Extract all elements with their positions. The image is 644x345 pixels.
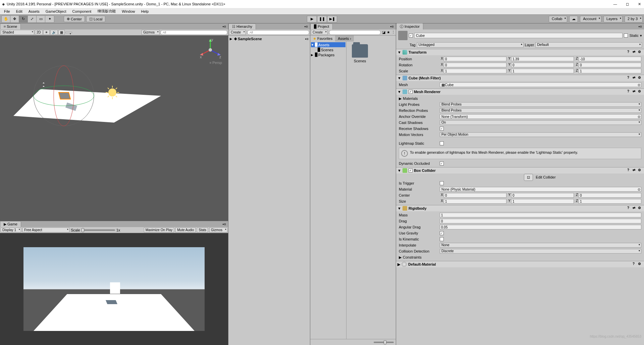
reflprobes-dropdown[interactable]: Blend Probes (440, 108, 641, 113)
fold-arrow-icon[interactable]: ▶ (230, 37, 233, 41)
rot-z[interactable] (579, 63, 641, 67)
play-button[interactable]: ▶ (307, 16, 317, 22)
tag-dropdown[interactable]: Untagged (417, 42, 524, 48)
close-button[interactable]: ✕ (637, 1, 642, 7)
fold-icon[interactable]: ▶ (399, 96, 401, 101)
rot-x[interactable] (444, 63, 506, 67)
preset-icon[interactable]: ⇄ (633, 89, 637, 94)
scale-z[interactable] (579, 69, 641, 73)
render-mode-dropdown[interactable]: Shaded (1, 30, 34, 35)
menu-gameobject[interactable]: GameObject (43, 9, 69, 14)
pos-z[interactable] (579, 57, 641, 61)
hierarchy-search[interactable] (247, 30, 309, 35)
pivot-center[interactable]: ⊕Center (64, 16, 85, 22)
menu-window[interactable]: Window (119, 9, 138, 14)
collider-enabled[interactable] (409, 168, 413, 172)
gear-icon[interactable]: ⚙ (638, 262, 643, 267)
menu-assets[interactable]: Assets (26, 9, 42, 14)
collab-dropdown[interactable]: Collab (549, 16, 567, 22)
menu-help[interactable]: Help (138, 9, 151, 14)
lightmapstatic-checkbox[interactable] (440, 141, 444, 145)
project-search[interactable] (329, 30, 381, 35)
preset-icon[interactable]: ⇄ (633, 50, 637, 55)
size-x[interactable] (444, 199, 506, 204)
recvshadows-checkbox[interactable] (440, 127, 444, 131)
game-view[interactable] (0, 233, 228, 345)
layout-dropdown[interactable]: 2 by 3 (625, 16, 643, 22)
project-grid[interactable]: Scenes (346, 42, 396, 339)
transform-header[interactable]: ▼ Transform ?⇄⚙ (396, 49, 644, 55)
layer-dropdown[interactable]: Default (535, 42, 642, 48)
preset-icon[interactable]: ⇄ (633, 206, 637, 211)
hierarchy-tab[interactable]: ☷Hierarchy (228, 23, 256, 30)
breadcrumb-favorites[interactable]: ★Favorites (310, 36, 335, 42)
mass-field[interactable] (440, 213, 641, 217)
pos-y[interactable] (511, 57, 574, 61)
center-x[interactable] (444, 193, 506, 198)
layers-dropdown[interactable]: Layers (603, 16, 623, 22)
hand-tool[interactable]: ✋ (2, 16, 10, 22)
inspector-tab[interactable]: ⓘInspector (396, 23, 423, 30)
menu-enhanced[interactable]: 增强版功能 (95, 8, 118, 14)
project-create[interactable]: Create (311, 30, 328, 35)
scene-tab-menu[interactable]: ▪≡ (221, 24, 228, 28)
save-search-icon[interactable]: ⋮ (391, 30, 395, 34)
search-filter-icon[interactable]: ◪ (382, 30, 385, 34)
mesh-field[interactable]: ▦Cube (440, 82, 641, 87)
folder-scenes[interactable]: Scenes (349, 44, 371, 63)
help-icon[interactable]: ? (627, 50, 632, 55)
inspector-tab-menu[interactable]: ▪≡ (637, 24, 644, 28)
menu-edit[interactable]: Edit (13, 9, 25, 14)
angdrag-field[interactable] (440, 225, 641, 229)
maximize-on-play[interactable]: Maximize On Play (144, 227, 174, 232)
gameobject-icon[interactable] (398, 31, 408, 40)
static-dropdown-icon[interactable]: ▾ (640, 33, 642, 38)
gear-icon[interactable]: ⚙ (638, 76, 643, 80)
game-tab-menu[interactable]: ▪≡ (221, 222, 228, 226)
renderer-enabled[interactable] (409, 90, 413, 94)
minimize-button[interactable]: — (612, 1, 618, 7)
gizmos-dropdown[interactable]: Gizmos (142, 30, 160, 35)
scale-tool[interactable]: ⤢ (28, 16, 37, 22)
cloud-button[interactable]: ☁ (569, 16, 578, 22)
search-label-icon[interactable]: ★ (387, 30, 390, 34)
scene-root-item[interactable]: ▶ ◈ SampleScene ▪≡ (229, 36, 309, 41)
gear-icon[interactable]: ⚙ (638, 50, 643, 55)
move-tool[interactable]: ✥ (10, 16, 19, 22)
mute-audio[interactable]: Mute Audio (175, 227, 196, 232)
center-y[interactable] (511, 193, 574, 198)
breadcrumb-assets[interactable]: Assets › (335, 36, 354, 42)
game-tab[interactable]: ▶Game (0, 221, 21, 227)
lightprobes-dropdown[interactable]: Blend Probes (440, 102, 641, 107)
hierarchy-create[interactable]: Create (229, 30, 246, 35)
rect-tool[interactable]: ▭ (37, 16, 45, 22)
drag-field[interactable] (440, 219, 641, 223)
scene-search[interactable] (160, 30, 227, 35)
castshadows-dropdown[interactable]: On (440, 120, 641, 125)
scale-x[interactable] (444, 69, 506, 73)
preset-icon[interactable]: ⇄ (633, 168, 637, 173)
size-y[interactable] (511, 199, 574, 204)
gear-icon[interactable]: ⚙ (638, 89, 643, 94)
menu-component[interactable]: Component (69, 9, 94, 14)
project-zoom-slider[interactable] (310, 339, 396, 345)
project-tab-menu[interactable]: ▪≡ (388, 24, 396, 28)
rigidbody-header[interactable]: ▼ Rigidbody ?⇄⚙ (396, 205, 644, 211)
account-dropdown[interactable]: Account (580, 16, 601, 22)
scene-tab[interactable]: ⌗Scene (0, 23, 21, 30)
renderer-header[interactable]: ▼ Mesh Renderer ?⇄⚙ (396, 89, 644, 95)
mode-2d-toggle[interactable]: 2D (35, 30, 43, 35)
tree-packages[interactable]: ▶▉Packages (311, 52, 345, 57)
material-header[interactable]: ▶ Default-Material ?⚙ (396, 261, 644, 267)
persp-label[interactable]: ≡ Persp (210, 61, 222, 65)
help-icon[interactable]: ? (627, 76, 632, 80)
scene-menu-icon[interactable]: ▪≡ (305, 37, 309, 41)
gear-icon[interactable]: ⚙ (638, 206, 643, 211)
help-icon[interactable]: ? (627, 206, 632, 211)
lighting-toggle[interactable]: ☀ (43, 30, 50, 35)
gravity-checkbox[interactable] (440, 231, 444, 235)
gear-icon[interactable]: ⚙ (638, 168, 643, 173)
tree-assets[interactable]: ▼▉Assets (311, 42, 345, 47)
scale-y[interactable] (511, 69, 574, 73)
center-z[interactable] (579, 193, 641, 198)
